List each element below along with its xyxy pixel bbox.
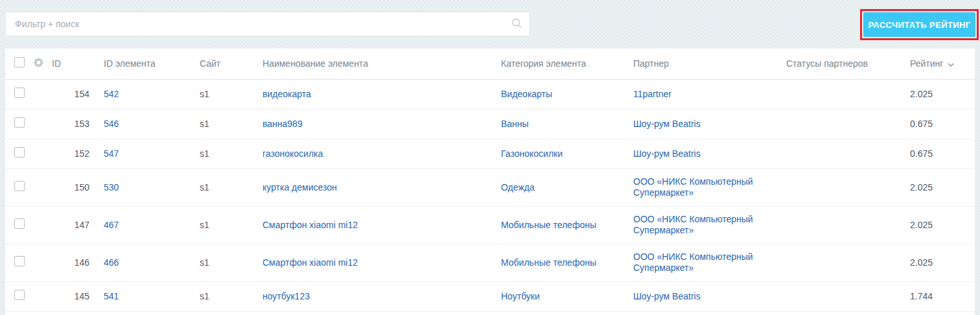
row-checkbox[interactable] xyxy=(14,181,25,191)
table-row: 154 542 s1 видеокарта Видеокарты 11partn… xyxy=(5,79,975,109)
partner-link[interactable]: Шоу-рум Beatris xyxy=(633,291,701,301)
row-checkbox[interactable] xyxy=(14,88,25,98)
element-id-link[interactable]: 466 xyxy=(104,257,119,268)
column-header-site[interactable]: Сайт xyxy=(200,49,262,79)
partner-link[interactable]: Шоу-рум Beatris xyxy=(633,119,701,129)
filter-search-bar[interactable] xyxy=(5,12,530,36)
column-header-element-id[interactable]: ID элемента xyxy=(104,49,200,79)
select-all-checkbox[interactable] xyxy=(14,57,25,67)
column-header-name[interactable]: Наименование элемента xyxy=(262,49,501,79)
cell-partner-statuses xyxy=(786,281,910,311)
cell-site: s1 xyxy=(200,244,262,281)
cell-site: s1 xyxy=(200,109,262,139)
cell-site: s1 xyxy=(200,139,262,169)
element-name-link[interactable]: газонокосилка xyxy=(262,148,323,159)
cell-id: 145 xyxy=(52,281,104,311)
cell-partner-statuses xyxy=(786,109,910,139)
partial-next-row xyxy=(5,312,975,315)
element-id-link[interactable]: 530 xyxy=(104,182,119,192)
partner-link[interactable]: ООО «НИКС Компьютерный Супермаркет» xyxy=(633,214,753,235)
cell-id: 152 xyxy=(52,139,104,169)
table-row: 153 546 s1 ванна989 Ванны Шоу-рум Beatri… xyxy=(5,109,975,139)
cell-rating: 0.675 xyxy=(910,109,975,139)
table-row: 146 466 s1 Смартфон xiaomi mi12 Мобильны… xyxy=(5,244,975,281)
search-button[interactable] xyxy=(504,12,530,36)
cell-site: s1 xyxy=(200,281,262,311)
element-id-link[interactable]: 467 xyxy=(104,220,119,230)
row-checkbox[interactable] xyxy=(14,290,25,300)
cell-rating: 2.025 xyxy=(910,79,975,109)
element-name-link[interactable]: куртка демисезон xyxy=(262,182,337,192)
element-name-link[interactable]: Смартфон xiaomi mi12 xyxy=(262,220,358,230)
element-name-link[interactable]: Смартфон xiaomi mi12 xyxy=(262,257,358,268)
element-name-link[interactable]: ноутбук123 xyxy=(262,291,310,301)
element-id-link[interactable]: 541 xyxy=(104,291,119,301)
sort-desc-chevron-icon xyxy=(948,63,954,67)
cell-rating: 2.025 xyxy=(910,244,975,281)
category-link[interactable]: Видеокарты xyxy=(501,89,552,99)
cell-id: 146 xyxy=(52,244,104,281)
partner-link[interactable]: 11partner xyxy=(633,89,671,99)
category-link[interactable]: Ноутбуки xyxy=(501,291,540,301)
filter-search-input[interactable] xyxy=(6,12,504,36)
category-link[interactable]: Мобильные телефоны xyxy=(501,220,596,230)
ratings-grid: ID ID элемента Сайт Наименование элемент… xyxy=(5,49,975,315)
cell-partner-statuses xyxy=(786,139,910,169)
cell-site: s1 xyxy=(200,169,262,206)
calculate-rating-button[interactable]: РАССЧИТАТЬ РЕЙТИНГ xyxy=(863,12,975,37)
column-header-category[interactable]: Категория элемента xyxy=(501,49,633,79)
row-checkbox[interactable] xyxy=(14,256,25,266)
table-row: 150 530 s1 куртка демисезон Одежда ООО «… xyxy=(5,169,975,206)
row-checkbox[interactable] xyxy=(14,218,25,229)
row-checkbox[interactable] xyxy=(14,147,25,158)
row-checkbox[interactable] xyxy=(14,117,25,128)
column-header-id[interactable]: ID xyxy=(52,49,104,79)
column-header-partner[interactable]: Партнер xyxy=(633,49,786,79)
cell-site: s1 xyxy=(200,206,262,244)
cell-site: s1 xyxy=(200,79,262,109)
cell-id: 154 xyxy=(52,79,104,109)
grid-header-row: ID ID элемента Сайт Наименование элемент… xyxy=(5,49,975,79)
element-name-link[interactable]: ванна989 xyxy=(262,119,303,129)
column-header-rating[interactable]: Рейтинг xyxy=(910,49,975,79)
element-name-link[interactable]: видеокарта xyxy=(262,89,311,99)
cell-id: 147 xyxy=(52,206,104,244)
cell-partner-statuses xyxy=(786,169,910,206)
category-link[interactable]: Газонокосилки xyxy=(501,148,563,159)
cell-rating: 1.744 xyxy=(910,281,975,311)
table-row: 147 467 s1 Смартфон xiaomi mi12 Мобильны… xyxy=(5,206,975,244)
cell-partner-statuses xyxy=(786,206,910,244)
table-row: 145 541 s1 ноутбук123 Ноутбуки Шоу-рум B… xyxy=(5,281,975,311)
cell-rating: 2.025 xyxy=(910,206,975,244)
category-link[interactable]: Одежда xyxy=(501,182,535,192)
annotation-highlight: РАССЧИТАТЬ РЕЙТИНГ xyxy=(860,9,979,40)
partner-link[interactable]: Шоу-рум Beatris xyxy=(633,148,701,159)
grid-settings-gear-icon[interactable] xyxy=(34,58,43,67)
element-id-link[interactable]: 542 xyxy=(104,89,119,99)
cell-partner-statuses xyxy=(786,79,910,109)
column-header-partner-statuses[interactable]: Статусы партнеров xyxy=(786,49,910,79)
category-link[interactable]: Ванны xyxy=(501,119,529,129)
cell-partner-statuses xyxy=(786,244,910,281)
partner-link[interactable]: ООО «НИКС Компьютерный Супермаркет» xyxy=(633,176,753,198)
partner-link[interactable]: ООО «НИКС Компьютерный Супермаркет» xyxy=(633,251,753,273)
table-row: 152 547 s1 газонокосилка Газонокосилки Ш… xyxy=(5,139,975,169)
search-icon xyxy=(510,17,523,32)
cell-rating: 0.675 xyxy=(910,139,975,169)
cell-id: 153 xyxy=(52,109,104,139)
element-id-link[interactable]: 547 xyxy=(104,148,119,159)
cell-rating: 2.025 xyxy=(910,169,975,206)
category-link[interactable]: Мобильные телефоны xyxy=(501,257,596,268)
cell-id: 150 xyxy=(52,169,104,206)
element-id-link[interactable]: 546 xyxy=(104,119,119,129)
